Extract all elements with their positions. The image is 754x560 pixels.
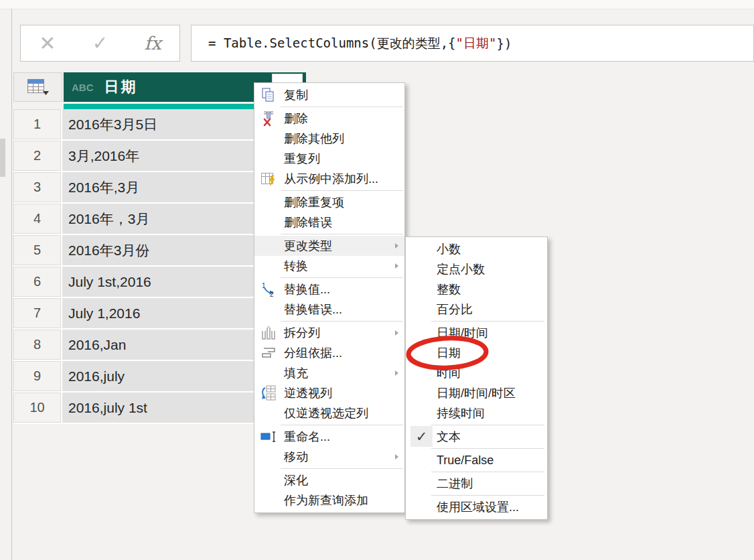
menu-item-add-column-from-examples[interactable]: 从示例中添加列... (254, 169, 404, 189)
menu-item-unpivot-only-selected[interactable]: 仅逆透视选定列 (254, 403, 404, 423)
text-type-icon: ABC (72, 82, 94, 93)
add-column-from-examples-icon (258, 170, 279, 188)
submenu-item-duration[interactable]: 持续时间 (406, 403, 547, 423)
menu-item-copy[interactable]: 复制 (254, 85, 404, 105)
column-context-menu: 复制 删除 删除其他列 重复列 从示例中添加列... (254, 82, 405, 513)
submenu-item-date[interactable]: 日期 (406, 343, 547, 363)
menu-item-replace-values[interactable]: 1 2 替换值... (254, 279, 404, 299)
menu-item-split-column[interactable]: 拆分列 (254, 323, 404, 343)
group-by-icon (258, 344, 279, 362)
submenu-arrow-icon (395, 330, 398, 336)
submenu-item-text[interactable]: ✓ 文本 (406, 427, 547, 447)
rename-icon (258, 428, 279, 445)
unpivot-columns-icon (258, 384, 279, 402)
menu-item-label: 逆透视列 (284, 385, 332, 401)
menu-item-label: 使用区域设置... (437, 499, 519, 515)
confirm-icon[interactable]: ✓ (92, 32, 108, 54)
svg-text:2: 2 (270, 291, 274, 297)
menu-separator (431, 495, 544, 496)
menu-item-label: 重复列 (284, 151, 320, 167)
submenu-item-datetimezone[interactable]: 日期/时间/时区 (406, 383, 547, 403)
row-number[interactable]: 10 (13, 393, 61, 423)
menu-item-label: 替换值... (284, 281, 330, 297)
menu-separator (281, 468, 403, 469)
menu-item-label: 日期 (437, 345, 461, 361)
menu-item-delete[interactable]: 删除 (254, 109, 404, 129)
menu-separator (431, 472, 544, 472)
row-number[interactable]: 6 (13, 267, 61, 297)
formula-input[interactable]: = Table.SelectColumns(更改的类型,{"日期"}) (191, 25, 754, 62)
menu-item-drill-down[interactable]: 深化 (254, 470, 404, 490)
menu-separator (281, 425, 403, 425)
menu-separator (281, 277, 403, 278)
submenu-item-binary[interactable]: 二进制 (406, 474, 547, 494)
menu-separator (281, 190, 403, 191)
formula-text-suffix: }) (496, 36, 512, 51)
menu-item-label: 转换 (284, 258, 308, 274)
submenu-item-decimal[interactable]: 小数 (406, 239, 547, 259)
submenu-item-time[interactable]: 时间 (406, 363, 547, 383)
menu-item-group-by[interactable]: 分组依据... (254, 343, 404, 363)
menu-item-label: 删除重复项 (284, 194, 344, 210)
menu-item-change-type[interactable]: 更改类型 (254, 236, 404, 256)
menu-item-remove-other-columns[interactable]: 删除其他列 (254, 129, 404, 149)
menu-item-label: 从示例中添加列... (284, 171, 378, 187)
menu-item-label: True/False (437, 453, 494, 468)
submenu-item-true-false[interactable]: True/False (406, 450, 547, 470)
menu-item-transform[interactable]: 转换 (254, 256, 404, 276)
submenu-arrow-icon (395, 454, 398, 460)
submenu-item-using-locale[interactable]: 使用区域设置... (406, 497, 547, 517)
row-number[interactable]: 5 (13, 235, 61, 265)
checkmark-icon: ✓ (410, 426, 433, 447)
queries-pane-collapsed-tab[interactable] (0, 139, 5, 177)
submenu-item-fixed-decimal[interactable]: 定点小数 (406, 259, 547, 279)
row-number[interactable]: 2 (13, 141, 61, 171)
menu-item-fill[interactable]: 填充 (254, 363, 404, 383)
row-number[interactable]: 4 (13, 204, 61, 234)
menu-separator (431, 448, 544, 449)
menu-item-label: 定点小数 (437, 261, 485, 277)
table-icon (27, 78, 50, 96)
menu-item-label: 删除 (284, 111, 308, 127)
menu-item-unpivot-columns[interactable]: 逆透视列 (254, 383, 404, 403)
copy-icon (258, 86, 279, 104)
menu-item-label: 作为新查询添加 (284, 492, 368, 508)
menu-item-label: 仅逆透视选定列 (284, 405, 368, 421)
row-number[interactable]: 8 (13, 330, 61, 360)
row-number[interactable]: 3 (13, 172, 61, 202)
menu-item-remove-errors[interactable]: 删除错误 (254, 212, 404, 232)
formula-string-literal: "日期" (456, 35, 497, 52)
submenu-item-datetime[interactable]: 日期/时间 (406, 323, 547, 343)
menu-separator (431, 425, 544, 425)
submenu-item-percentage[interactable]: 百分比 (406, 299, 547, 320)
formula-text: = Table.SelectColumns(更改的类型,{ (208, 35, 456, 52)
queries-pane-divider (11, 9, 12, 560)
menu-separator (281, 321, 403, 322)
menu-item-rename[interactable]: 重命名... (254, 427, 404, 447)
menu-item-replace-errors[interactable]: 替换错误... (254, 299, 404, 320)
table-corner-button[interactable] (13, 72, 62, 102)
submenu-arrow-icon (395, 263, 398, 269)
row-number[interactable]: 9 (13, 361, 61, 391)
submenu-item-whole-number[interactable]: 整数 (406, 279, 547, 299)
menu-separator (281, 234, 403, 234)
cancel-icon[interactable]: ✕ (39, 31, 56, 55)
menu-separator (431, 321, 544, 322)
menu-item-duplicate-column[interactable]: 重复列 (254, 149, 404, 169)
fx-icon[interactable]: fx (145, 33, 161, 54)
menu-item-label: 替换错误... (284, 301, 342, 318)
menu-item-add-as-new-query[interactable]: 作为新查询添加 (254, 490, 404, 510)
menu-item-label: 日期/时间/时区 (437, 385, 516, 401)
window-top-strip (0, 0, 754, 9)
menu-item-label: 深化 (284, 472, 308, 488)
menu-item-remove-duplicates[interactable]: 删除重复项 (254, 192, 404, 212)
menu-item-label: 小数 (437, 241, 461, 257)
submenu-arrow-icon (395, 370, 398, 376)
menu-item-label: 分组依据... (284, 345, 342, 361)
menu-item-label: 移动 (284, 449, 308, 465)
menu-item-move[interactable]: 移动 (254, 447, 404, 467)
menu-item-label: 复制 (284, 87, 308, 103)
row-number[interactable]: 7 (13, 298, 61, 328)
row-number[interactable]: 1 (13, 109, 61, 139)
submenu-arrow-icon (395, 243, 398, 249)
